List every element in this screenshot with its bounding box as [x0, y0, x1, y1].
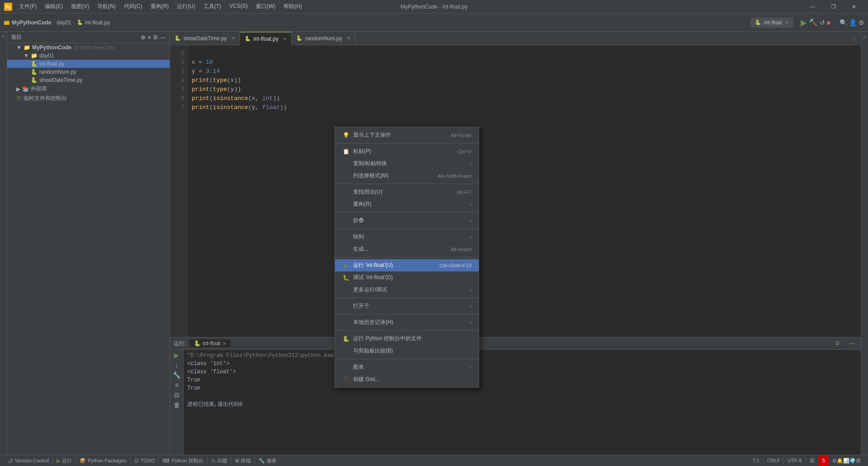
ctx-compare-clipboard[interactable]: 与剪贴板比较(B): [335, 345, 479, 357]
ctx-sep-7: [335, 314, 479, 314]
project-close-icon[interactable]: —: [160, 34, 166, 41]
run-output: "D:\Program Files\Python\Python312\pytho…: [184, 350, 861, 455]
tree-randomnum[interactable]: 🐍 randomNum.py: [7, 68, 170, 76]
run-clear-button[interactable]: 🗑: [174, 401, 180, 409]
ctx-more-run[interactable]: 更多运行/调试 ›: [335, 284, 479, 296]
ctx-create-gist[interactable]: ⚫ 创建 Gist...: [335, 373, 479, 385]
statusbar-lang[interactable]: 英: [806, 455, 818, 466]
ctx-refactor[interactable]: 重构(R) ›: [335, 198, 479, 210]
svg-rect-3: [4, 21, 6, 22]
run-minimize-icon[interactable]: —: [846, 340, 857, 347]
run-config-icon: 🐍: [755, 19, 761, 25]
tab-showdatetime-close[interactable]: ✕: [231, 36, 235, 41]
tab-showdatetime[interactable]: 🐍 showDateTime.py ✕: [170, 32, 240, 45]
close-button[interactable]: ✕: [844, 0, 864, 14]
tabs-more-icon[interactable]: ⋮: [848, 35, 861, 42]
minimize-button[interactable]: —: [802, 0, 823, 14]
python-console-run-icon: 🐍: [342, 335, 349, 342]
menu-navigate[interactable]: 导航(N): [94, 2, 119, 11]
tree-int-float[interactable]: 🐍 int-float.py: [7, 60, 170, 68]
run-wrap-button[interactable]: ≡: [175, 381, 178, 389]
ctx-column-select[interactable]: 列选择模式(M) Alt+Shift+Insert: [335, 170, 479, 182]
run-play-button[interactable]: ▶: [174, 352, 179, 359]
ctx-generate[interactable]: 生成... Alt+Insert: [335, 243, 479, 255]
run-debug-button[interactable]: 🔧: [173, 371, 180, 379]
breadcrumb-project[interactable]: MyPythonCode: [12, 19, 51, 26]
ctx-generate-label: 生成...: [353, 245, 368, 253]
sidebar-toggle-icon[interactable]: ≡: [1, 35, 6, 38]
menu-vcs[interactable]: VCS(S): [226, 2, 251, 11]
run-config-button[interactable]: 🐍 int-float ▼: [750, 18, 793, 28]
run-out-1: <class 'int'>: [187, 360, 857, 368]
statusbar-terminal[interactable]: ⊞ 终端: [231, 455, 255, 466]
ctx-sep-9: [335, 359, 479, 359]
menu-run[interactable]: 运行(U): [173, 2, 199, 11]
statusbar-services[interactable]: 🔧 服务: [255, 455, 280, 466]
code-content[interactable]: x = 10 y = 3.14 print(type(x)) print(typ…: [188, 45, 861, 337]
menu-refactor[interactable]: 重构(R): [147, 2, 173, 11]
rerun-button[interactable]: ↺: [820, 19, 825, 26]
run-button[interactable]: ▶: [801, 18, 807, 28]
statusbar-python-packages[interactable]: 📦 Python Packages: [76, 455, 130, 466]
ctx-goto[interactable]: 转到 ›: [335, 231, 479, 243]
user-icon[interactable]: 👤: [849, 19, 857, 26]
statusbar-problems[interactable]: ⚠ 问题: [208, 455, 231, 466]
project-collapse-icon[interactable]: ≡: [147, 34, 151, 41]
statusbar-crlf[interactable]: CRLF: [764, 455, 784, 466]
tree-root[interactable]: ▼ 📁 MyPythonCode D:\MyPythonCode: [7, 43, 170, 52]
tab-randomnum[interactable]: 🐍 randomNum.py ✕: [292, 32, 355, 45]
sougou-label: S: [822, 458, 825, 463]
tab-int-float-close[interactable]: ✕: [283, 36, 287, 41]
run-tab-close[interactable]: ✕: [222, 341, 226, 346]
statusbar-sougou[interactable]: S: [818, 455, 829, 466]
run-tab-int-float[interactable]: 🐍 int-float ✕: [189, 339, 230, 347]
settings-icon[interactable]: ⚙: [859, 19, 864, 26]
statusbar-file-encoding[interactable]: UTF-8: [784, 455, 805, 466]
ctx-run[interactable]: ▶ 运行 'int-float'(U) Ctrl+Shift+F10: [335, 259, 479, 271]
stop-button[interactable]: ■: [827, 19, 830, 26]
ctx-show-context-actions[interactable]: 💡 显示上下文操作 Alt+Enter: [335, 129, 479, 141]
menu-help[interactable]: 帮助(H): [280, 2, 306, 11]
ctx-debug[interactable]: 🐛 调试 'int-float'(D): [335, 271, 479, 284]
breadcrumb-file[interactable]: int-float.py: [85, 19, 110, 26]
menu-view[interactable]: 视图(V): [67, 2, 93, 11]
menu-tools[interactable]: 工具(T): [200, 2, 225, 11]
project-more-icon[interactable]: ⚙: [153, 34, 158, 41]
tab-randomnum-close[interactable]: ✕: [347, 36, 350, 41]
menu-file[interactable]: 文件(F): [15, 2, 40, 11]
statusbar-todo[interactable]: ☑ TODO: [131, 455, 159, 466]
ctx-open-in[interactable]: 打开于 ›: [335, 300, 479, 312]
ctx-chart[interactable]: 图表 ›: [335, 361, 479, 373]
tree-temp[interactable]: 🗒 临时文件和控制台: [7, 94, 170, 103]
ctx-find-usages[interactable]: 查找用法(U) Alt+F7: [335, 186, 479, 198]
menu-code[interactable]: 代码(C): [120, 2, 146, 11]
project-add-icon[interactable]: ⊕: [141, 34, 146, 41]
breadcrumb-day01[interactable]: day01: [57, 19, 71, 26]
build-button[interactable]: 🔨: [809, 18, 818, 27]
tree-showdatetime[interactable]: 🐍 showDateTime.py: [7, 76, 170, 84]
tree-external-lib[interactable]: ▶ 📚 外部库: [7, 84, 170, 94]
ctx-sep-1: [335, 143, 479, 143]
ctx-run-in-console[interactable]: 🐍 运行 Python 控制台中的文件: [335, 333, 479, 345]
menu-edit[interactable]: 编辑(E): [41, 2, 66, 11]
run-config-label: int-float: [764, 19, 782, 26]
tab-int-float[interactable]: 🐍 int-float.py ✕: [240, 32, 292, 45]
maximize-button[interactable]: ❐: [823, 0, 844, 14]
tree-day01[interactable]: ▼ 📁 day01: [7, 52, 170, 60]
ctx-paste[interactable]: 📋 粘贴(P) Ctrl+V: [335, 145, 479, 157]
statusbar-position[interactable]: 7:1: [749, 455, 763, 466]
ctx-local-history[interactable]: 本地历史记录(H) ›: [335, 316, 479, 328]
menu-window[interactable]: 窗口(W): [252, 2, 279, 11]
ctx-fold[interactable]: 折叠 ›: [335, 214, 479, 227]
statusbar-python-console[interactable]: ⌨ Python 控制台: [159, 455, 207, 466]
ctx-copy-paste-special[interactable]: 复制/粘贴特殊 ›: [335, 157, 479, 170]
statusbar-version-control[interactable]: ⎇ Version Control: [4, 455, 52, 466]
problems-icon: ⚠: [211, 458, 216, 464]
ctx-run-label: 运行 'int-float'(U): [353, 262, 393, 269]
run-filter-button[interactable]: ⊟: [174, 391, 179, 399]
run-settings-icon[interactable]: ⚙: [832, 340, 843, 347]
search-icon[interactable]: 🔍: [840, 19, 847, 26]
ctx-column-select-left: 列选择模式(M): [342, 172, 388, 180]
statusbar-run[interactable]: ▶ 运行: [53, 455, 75, 466]
run-rerun-button[interactable]: ↓: [175, 361, 178, 369]
